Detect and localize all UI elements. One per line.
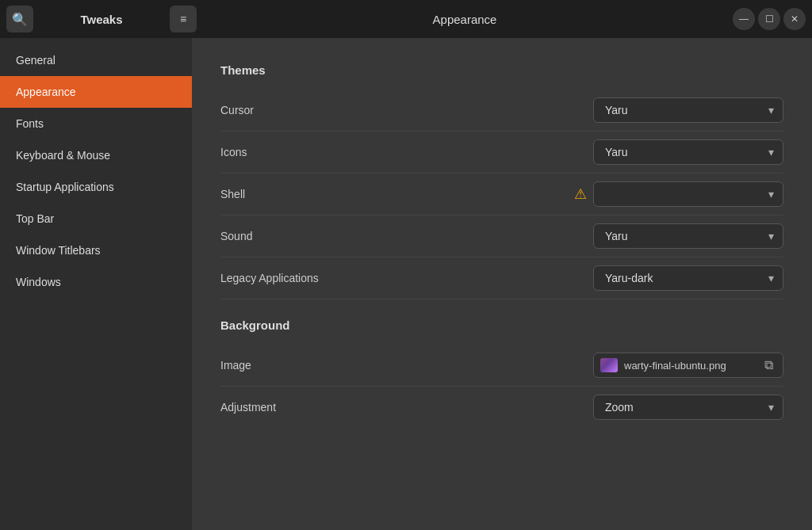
sidebar-label-window-titlebars: Window Titlebars (16, 244, 101, 257)
maximize-icon: ☐ (765, 13, 774, 25)
cursor-dropdown-wrapper: Yaru (593, 97, 783, 123)
content-area: Themes Cursor Yaru Icons Yaru (192, 38, 812, 530)
image-picker[interactable]: warty-final-ubuntu.png ⧉ (593, 353, 783, 378)
sidebar-label-fonts: Fonts (16, 117, 44, 130)
sidebar: General Appearance Fonts Keyboard & Mous… (0, 38, 192, 530)
image-thumbnail (600, 358, 618, 372)
section-spacer (220, 299, 783, 315)
titlebar-center: Appearance (197, 13, 733, 26)
sidebar-item-startup-applications[interactable]: Startup Applications (0, 171, 192, 203)
icons-row: Icons Yaru (220, 132, 783, 173)
legacy-apps-dropdown[interactable]: Yaru-dark (593, 265, 783, 291)
icons-dropdown[interactable]: Yaru (593, 139, 783, 165)
search-button[interactable]: 🔍 (6, 6, 33, 32)
shell-dropdown-wrapper (593, 181, 783, 207)
sidebar-item-fonts[interactable]: Fonts (0, 108, 192, 139)
sidebar-label-keyboard-mouse: Keyboard & Mouse (16, 149, 110, 162)
legacy-apps-control: Yaru-dark (593, 265, 783, 291)
sidebar-item-keyboard-mouse[interactable]: Keyboard & Mouse (0, 139, 192, 171)
adjustment-row: Adjustment Zoom (220, 387, 783, 428)
titlebar-controls: — ☐ ✕ (733, 8, 806, 30)
cursor-label: Cursor (220, 104, 254, 116)
window-title: Appearance (433, 13, 497, 26)
shell-row: Shell ⚠ (220, 173, 783, 215)
sidebar-item-appearance[interactable]: Appearance (0, 76, 192, 108)
cursor-control: Yaru (593, 97, 783, 123)
close-button[interactable]: ✕ (783, 8, 806, 30)
sidebar-label-startup-applications: Startup Applications (16, 181, 114, 193)
legacy-apps-label: Legacy Applications (220, 272, 319, 284)
legacy-apps-dropdown-wrapper: Yaru-dark (593, 265, 783, 291)
warning-icon: ⚠ (574, 185, 587, 203)
sidebar-item-windows[interactable]: Windows (0, 266, 192, 298)
image-browse-button[interactable]: ⧉ (763, 358, 775, 372)
sound-label: Sound (220, 230, 252, 242)
main-container: General Appearance Fonts Keyboard & Mous… (0, 38, 812, 530)
adjustment-label: Adjustment (220, 401, 276, 414)
image-control-wrapper: warty-final-ubuntu.png ⧉ (593, 353, 783, 378)
sidebar-item-top-bar[interactable]: Top Bar (0, 203, 192, 234)
sound-control: Yaru (593, 223, 783, 249)
sound-dropdown[interactable]: Yaru (593, 223, 783, 249)
image-label: Image (220, 359, 251, 372)
maximize-button[interactable]: ☐ (758, 8, 780, 30)
themes-section-title: Themes (220, 63, 783, 77)
search-icon: 🔍 (12, 12, 28, 27)
menu-icon: ≡ (180, 13, 186, 25)
sound-dropdown-wrapper: Yaru (593, 223, 783, 249)
adjustment-control: Zoom (593, 395, 783, 420)
sidebar-label-appearance: Appearance (16, 86, 76, 98)
cursor-row: Cursor Yaru (220, 90, 783, 132)
image-filename: warty-final-ubuntu.png (624, 360, 756, 372)
legacy-apps-row: Legacy Applications Yaru-dark (220, 257, 783, 299)
sidebar-label-windows: Windows (16, 276, 61, 288)
shell-control: ⚠ (574, 181, 783, 207)
titlebar-left: 🔍 Tweaks ≡ (6, 6, 197, 32)
close-icon: ✕ (791, 13, 799, 25)
copy-icon: ⧉ (764, 358, 773, 372)
sidebar-label-general: General (16, 54, 56, 67)
minimize-button[interactable]: — (733, 8, 755, 30)
image-row: Image warty-final-ubuntu.png ⧉ (220, 345, 783, 387)
icons-label: Icons (220, 146, 247, 158)
sound-row: Sound Yaru (220, 215, 783, 257)
sidebar-label-top-bar: Top Bar (16, 212, 54, 225)
shell-label: Shell (220, 188, 245, 200)
icons-control: Yaru (593, 139, 783, 165)
shell-dropdown[interactable] (593, 181, 783, 207)
sidebar-item-window-titlebars[interactable]: Window Titlebars (0, 234, 192, 266)
background-section-title: Background (220, 318, 783, 332)
minimize-icon: — (739, 13, 749, 25)
cursor-dropdown[interactable]: Yaru (593, 97, 783, 123)
sidebar-item-general[interactable]: General (0, 44, 192, 76)
adjustment-dropdown-wrapper: Zoom (593, 395, 783, 420)
adjustment-dropdown[interactable]: Zoom (593, 395, 783, 420)
app-title: Tweaks (36, 13, 167, 26)
menu-button[interactable]: ≡ (170, 6, 197, 32)
icons-dropdown-wrapper: Yaru (593, 139, 783, 165)
titlebar: 🔍 Tweaks ≡ Appearance — ☐ ✕ (0, 0, 812, 38)
